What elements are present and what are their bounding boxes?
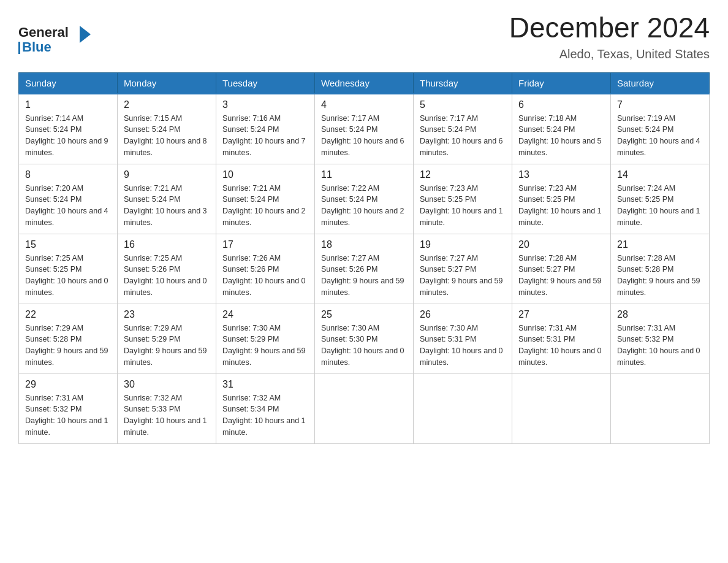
calendar-week-row: 29 Sunrise: 7:31 AMSunset: 5:32 PMDaylig… [19,373,710,443]
calendar-week-row: 22 Sunrise: 7:29 AMSunset: 5:28 PMDaylig… [19,304,710,373]
table-row: 31 Sunrise: 7:32 AMSunset: 5:34 PMDaylig… [216,373,315,443]
table-row: 25 Sunrise: 7:30 AMSunset: 5:30 PMDaylig… [315,304,414,373]
page-title: December 2024 [509,12,710,44]
day-info: Sunrise: 7:21 AMSunset: 5:24 PMDaylight:… [124,184,207,227]
day-number: 10 [222,169,308,180]
day-info: Sunrise: 7:29 AMSunset: 5:29 PMDaylight:… [124,324,207,367]
day-number: 14 [617,169,703,180]
day-info: Sunrise: 7:32 AMSunset: 5:34 PMDaylight:… [222,394,306,437]
table-row: 26 Sunrise: 7:30 AMSunset: 5:31 PMDaylig… [414,304,512,373]
day-number: 24 [222,309,308,320]
day-info: Sunrise: 7:25 AMSunset: 5:25 PMDaylight:… [25,254,108,297]
table-row: 29 Sunrise: 7:31 AMSunset: 5:32 PMDaylig… [19,373,118,443]
table-row: 8 Sunrise: 7:20 AMSunset: 5:24 PMDayligh… [19,164,118,234]
day-number: 29 [25,379,111,390]
header-thursday: Thursday [414,72,512,94]
day-info: Sunrise: 7:23 AMSunset: 5:25 PMDaylight:… [420,184,503,227]
table-row [315,373,414,443]
day-number: 4 [321,99,407,110]
day-number: 31 [222,379,308,390]
day-number: 25 [321,309,407,320]
day-info: Sunrise: 7:31 AMSunset: 5:32 PMDaylight:… [617,324,700,367]
header-saturday: Saturday [611,72,710,94]
svg-marker-1 [80,26,91,43]
svg-text:Blue: Blue [22,39,51,55]
day-info: Sunrise: 7:29 AMSunset: 5:28 PMDaylight:… [25,324,108,367]
day-number: 26 [420,309,506,320]
day-number: 15 [25,239,111,250]
day-number: 2 [124,99,210,110]
table-row: 14 Sunrise: 7:24 AMSunset: 5:25 PMDaylig… [611,164,710,234]
calendar-week-row: 1 Sunrise: 7:14 AMSunset: 5:24 PMDayligh… [19,94,710,164]
table-row: 19 Sunrise: 7:27 AMSunset: 5:27 PMDaylig… [414,234,512,304]
day-info: Sunrise: 7:27 AMSunset: 5:26 PMDaylight:… [321,254,404,297]
table-row: 18 Sunrise: 7:27 AMSunset: 5:26 PMDaylig… [315,234,414,304]
table-row: 10 Sunrise: 7:21 AMSunset: 5:24 PMDaylig… [216,164,315,234]
day-number: 30 [124,379,210,390]
table-row: 12 Sunrise: 7:23 AMSunset: 5:25 PMDaylig… [414,164,512,234]
day-number: 9 [124,169,210,180]
table-row: 20 Sunrise: 7:28 AMSunset: 5:27 PMDaylig… [512,234,611,304]
table-row: 13 Sunrise: 7:23 AMSunset: 5:25 PMDaylig… [512,164,611,234]
table-row: 9 Sunrise: 7:21 AMSunset: 5:24 PMDayligh… [118,164,216,234]
table-row: 4 Sunrise: 7:17 AMSunset: 5:24 PMDayligh… [315,94,414,164]
header-tuesday: Tuesday [216,72,315,94]
day-number: 16 [124,239,210,250]
calendar-header-row: Sunday Monday Tuesday Wednesday Thursday… [19,72,710,94]
table-row: 3 Sunrise: 7:16 AMSunset: 5:24 PMDayligh… [216,94,315,164]
day-number: 5 [420,99,506,110]
table-row: 24 Sunrise: 7:30 AMSunset: 5:29 PMDaylig… [216,304,315,373]
table-row: 17 Sunrise: 7:26 AMSunset: 5:26 PMDaylig… [216,234,315,304]
day-number: 11 [321,169,407,180]
day-info: Sunrise: 7:24 AMSunset: 5:25 PMDaylight:… [617,184,700,227]
table-row: 21 Sunrise: 7:28 AMSunset: 5:28 PMDaylig… [611,234,710,304]
header-friday: Friday [512,72,611,94]
day-info: Sunrise: 7:16 AMSunset: 5:24 PMDaylight:… [222,114,306,157]
header-wednesday: Wednesday [315,72,414,94]
table-row: 11 Sunrise: 7:22 AMSunset: 5:24 PMDaylig… [315,164,414,234]
day-info: Sunrise: 7:15 AMSunset: 5:24 PMDaylight:… [124,114,207,157]
day-info: Sunrise: 7:27 AMSunset: 5:27 PMDaylight:… [420,254,503,297]
table-row: 30 Sunrise: 7:32 AMSunset: 5:33 PMDaylig… [118,373,216,443]
day-number: 7 [617,99,703,110]
svg-text:General: General [18,25,69,40]
table-row: 5 Sunrise: 7:17 AMSunset: 5:24 PMDayligh… [414,94,512,164]
day-info: Sunrise: 7:20 AMSunset: 5:24 PMDaylight:… [25,184,108,227]
table-row: 15 Sunrise: 7:25 AMSunset: 5:25 PMDaylig… [19,234,118,304]
table-row: 2 Sunrise: 7:15 AMSunset: 5:24 PMDayligh… [118,94,216,164]
day-number: 27 [518,309,604,320]
table-row: 16 Sunrise: 7:25 AMSunset: 5:26 PMDaylig… [118,234,216,304]
day-info: Sunrise: 7:25 AMSunset: 5:26 PMDaylight:… [124,254,207,297]
day-info: Sunrise: 7:30 AMSunset: 5:31 PMDaylight:… [420,324,503,367]
day-info: Sunrise: 7:17 AMSunset: 5:24 PMDaylight:… [420,114,503,157]
table-row: 28 Sunrise: 7:31 AMSunset: 5:32 PMDaylig… [611,304,710,373]
svg-rect-2 [18,42,20,54]
day-number: 12 [420,169,506,180]
day-info: Sunrise: 7:28 AMSunset: 5:28 PMDaylight:… [617,254,700,297]
calendar-week-row: 8 Sunrise: 7:20 AMSunset: 5:24 PMDayligh… [19,164,710,234]
table-row: 1 Sunrise: 7:14 AMSunset: 5:24 PMDayligh… [19,94,118,164]
header-sunday: Sunday [19,72,118,94]
title-area: December 2024 Aledo, Texas, United State… [509,12,710,61]
day-number: 28 [617,309,703,320]
table-row: 6 Sunrise: 7:18 AMSunset: 5:24 PMDayligh… [512,94,611,164]
day-number: 22 [25,309,111,320]
day-info: Sunrise: 7:23 AMSunset: 5:25 PMDaylight:… [518,184,602,227]
day-info: Sunrise: 7:28 AMSunset: 5:27 PMDaylight:… [518,254,602,297]
header-monday: Monday [118,72,216,94]
subtitle: Aledo, Texas, United States [509,47,710,61]
calendar-week-row: 15 Sunrise: 7:25 AMSunset: 5:25 PMDaylig… [19,234,710,304]
page-header: General Blue December 2024 Aledo, Texas,… [18,12,710,61]
day-info: Sunrise: 7:14 AMSunset: 5:24 PMDaylight:… [25,114,108,157]
table-row [512,373,611,443]
day-info: Sunrise: 7:26 AMSunset: 5:26 PMDaylight:… [222,254,306,297]
day-info: Sunrise: 7:31 AMSunset: 5:32 PMDaylight:… [25,394,108,437]
day-info: Sunrise: 7:21 AMSunset: 5:24 PMDaylight:… [222,184,306,227]
table-row [611,373,710,443]
calendar-table: Sunday Monday Tuesday Wednesday Thursday… [18,72,710,444]
day-info: Sunrise: 7:30 AMSunset: 5:30 PMDaylight:… [321,324,404,367]
table-row [414,373,512,443]
day-number: 3 [222,99,308,110]
table-row: 22 Sunrise: 7:29 AMSunset: 5:28 PMDaylig… [19,304,118,373]
table-row: 23 Sunrise: 7:29 AMSunset: 5:29 PMDaylig… [118,304,216,373]
